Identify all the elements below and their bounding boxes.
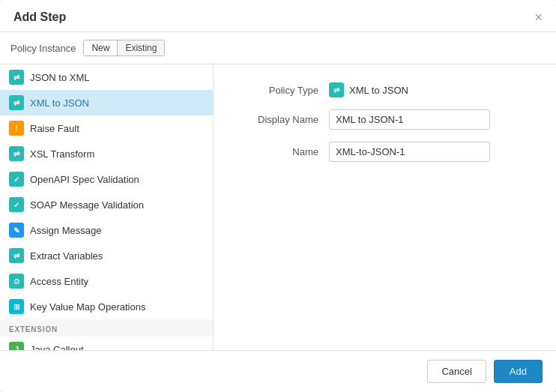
extract-variables-icon: ⇌ <box>9 248 24 263</box>
list-item-xml-to-json[interactable]: ⇌ XML to JSON <box>0 90 213 115</box>
soap-message-validation-label: SOAP Message Validation <box>30 199 144 211</box>
list-item-access-entity[interactable]: ⊙ Access Entity <box>0 268 213 294</box>
add-button[interactable]: Add <box>494 360 543 383</box>
openapi-spec-validation-label: OpenAPI Spec Validation <box>30 174 139 185</box>
add-step-dialog: Add Step × Policy Instance New Existing … <box>0 0 556 392</box>
key-value-map-operations-label: Key Value Map Operations <box>30 301 145 313</box>
soap-message-validation-icon: ✓ <box>9 197 24 212</box>
openapi-spec-validation-icon: ✓ <box>9 172 24 187</box>
access-entity-label: Access Entity <box>30 276 88 287</box>
policy-instance-label: Policy Instance <box>10 43 76 54</box>
list-item-soap-message-validation[interactable]: ✓ SOAP Message Validation <box>0 192 213 217</box>
list-item-xsl-transform[interactable]: ⇌ XSL Transform <box>0 141 213 166</box>
assign-message-icon: ✎ <box>9 223 24 238</box>
name-label: Name <box>236 146 318 157</box>
dialog-header: Add Step × <box>0 0 556 32</box>
dialog-body: ⇌ JSON to XML ⇌ XML to JSON ! Raise Faul… <box>0 64 556 350</box>
right-panel: Policy Type ⇌ XML to JSON Display Name N… <box>214 64 556 350</box>
list-item-openapi-spec-validation[interactable]: ✓ OpenAPI Spec Validation <box>0 166 213 192</box>
json-to-xml-icon: ⇌ <box>9 70 24 85</box>
policy-type-icon: ⇌ <box>329 82 344 97</box>
close-button[interactable]: × <box>534 10 543 24</box>
policy-instance-bar: Policy Instance New Existing <box>0 32 556 64</box>
list-item-extract-variables[interactable]: ⇌ Extract Variables <box>0 243 213 268</box>
key-value-map-operations-icon: ⊞ <box>9 299 24 314</box>
display-name-label: Display Name <box>236 114 318 125</box>
policy-type-text: XML to JSON <box>349 85 408 96</box>
extension-section-label: EXTENSION <box>0 319 213 337</box>
policy-list: ⇌ JSON to XML ⇌ XML to JSON ! Raise Faul… <box>0 64 213 350</box>
assign-message-label: Assign Message <box>30 225 101 236</box>
list-item-key-value-map-operations[interactable]: ⊞ Key Value Map Operations <box>0 294 213 319</box>
display-name-input[interactable] <box>329 109 490 130</box>
list-item-raise-fault[interactable]: ! Raise Fault <box>0 115 213 141</box>
toggle-existing[interactable]: Existing <box>118 40 164 55</box>
json-to-xml-label: JSON to XML <box>30 72 89 83</box>
policy-type-value: ⇌ XML to JSON <box>329 82 408 97</box>
java-callout-icon: J <box>9 342 24 350</box>
name-row: Name <box>236 142 534 162</box>
cancel-button[interactable]: Cancel <box>427 360 486 383</box>
access-entity-icon: ⊙ <box>9 274 24 289</box>
toggle-new[interactable]: New <box>84 40 118 55</box>
xml-to-json-icon: ⇌ <box>9 95 24 110</box>
policy-type-row: Policy Type ⇌ XML to JSON <box>236 82 534 97</box>
list-item-java-callout[interactable]: J Java Callout <box>0 337 213 350</box>
list-item-assign-message[interactable]: ✎ Assign Message <box>0 217 213 243</box>
raise-fault-label: Raise Fault <box>30 123 79 134</box>
extract-variables-label: Extract Variables <box>30 250 103 262</box>
policy-type-label: Policy Type <box>236 85 318 96</box>
raise-fault-icon: ! <box>9 121 24 136</box>
java-callout-label: Java Callout <box>30 344 84 351</box>
display-name-row: Display Name <box>236 109 534 130</box>
name-input[interactable] <box>329 142 490 162</box>
dialog-footer: Cancel Add <box>0 350 556 392</box>
list-item-json-to-xml[interactable]: ⇌ JSON to XML <box>0 64 213 90</box>
xsl-transform-icon: ⇌ <box>9 146 24 161</box>
policy-instance-toggle: New Existing <box>83 40 165 56</box>
left-panel: ⇌ JSON to XML ⇌ XML to JSON ! Raise Faul… <box>0 64 214 350</box>
xml-to-json-label: XML to JSON <box>30 97 89 109</box>
xsl-transform-label: XSL Transform <box>30 148 94 160</box>
dialog-title: Add Step <box>13 10 66 24</box>
